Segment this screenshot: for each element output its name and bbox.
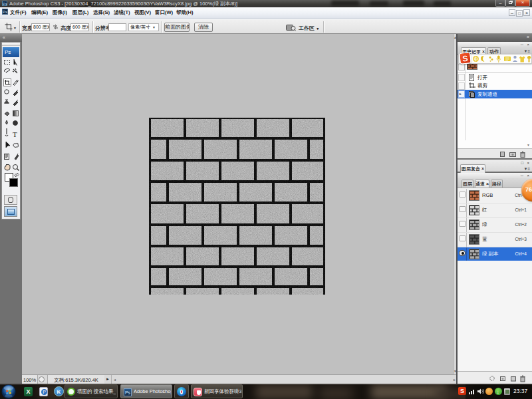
svg-text:T: T [13, 130, 17, 138]
